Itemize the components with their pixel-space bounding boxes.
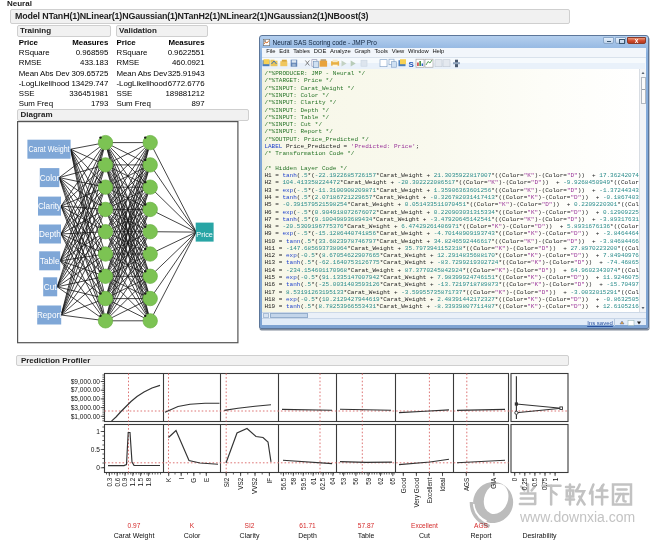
- svg-text:$9,000.00: $9,000.00: [71, 378, 101, 385]
- svg-text:56.5: 56.5: [280, 477, 287, 490]
- svg-text:59: 59: [365, 477, 372, 485]
- svg-text:61: 61: [310, 477, 317, 485]
- svg-text:0.97: 0.97: [128, 522, 141, 529]
- svg-text:Color: Color: [184, 532, 201, 539]
- svg-text:$7,000.00: $7,000.00: [71, 386, 101, 393]
- svg-text:53: 53: [340, 477, 347, 485]
- svg-text:Carat Weight: Carat Weight: [28, 145, 70, 154]
- svg-text:62: 62: [377, 477, 384, 485]
- svg-text:1.8: 1.8: [145, 477, 152, 486]
- svg-text:62.5: 62.5: [319, 477, 326, 490]
- svg-text:Depth: Depth: [39, 230, 61, 239]
- svg-text:57.87: 57.87: [358, 522, 375, 529]
- svg-text:Clarity: Clarity: [240, 532, 260, 540]
- svg-text:Excellent: Excellent: [426, 478, 433, 504]
- svg-text:IF: IF: [266, 478, 273, 484]
- svg-text:SI2: SI2: [223, 477, 230, 487]
- svg-text:64: 64: [329, 477, 336, 485]
- svg-text:Clarity: Clarity: [38, 202, 62, 211]
- svg-text:Price: Price: [196, 230, 213, 239]
- svg-text:$3,000.00: $3,000.00: [71, 404, 101, 411]
- svg-text:VVS2: VVS2: [251, 477, 258, 494]
- svg-text:Cut: Cut: [44, 283, 57, 292]
- svg-text:59.5: 59.5: [300, 477, 307, 490]
- svg-text:Very Good: Very Good: [413, 477, 421, 507]
- svg-text:1: 1: [96, 428, 100, 435]
- svg-text:Color: Color: [40, 174, 60, 183]
- svg-text:0.6: 0.6: [114, 477, 121, 486]
- svg-text:Table: Table: [358, 532, 375, 539]
- svg-text:Depth: Depth: [298, 532, 317, 540]
- svg-text:I: I: [178, 478, 185, 480]
- svg-text:Carat Weight: Carat Weight: [114, 532, 155, 540]
- svg-text:SI2: SI2: [245, 522, 255, 529]
- svg-text:1.2: 1.2: [129, 477, 136, 486]
- svg-text:Excellent: Excellent: [411, 522, 438, 529]
- svg-text:Report: Report: [37, 311, 62, 320]
- svg-text:$5,000.00: $5,000.00: [71, 395, 101, 402]
- svg-text:1.5: 1.5: [137, 477, 144, 486]
- svg-text:0: 0: [96, 464, 100, 471]
- svg-text:K: K: [190, 522, 195, 529]
- svg-text:58: 58: [290, 477, 297, 485]
- svg-text:0.5: 0.5: [91, 446, 100, 453]
- svg-text:www.downxia.com: www.downxia.com: [519, 509, 635, 525]
- svg-text:Cut: Cut: [419, 532, 430, 539]
- svg-text:61.71: 61.71: [299, 522, 316, 529]
- svg-text:Table: Table: [40, 257, 60, 266]
- svg-text:$1,000.00: $1,000.00: [71, 413, 101, 420]
- svg-text:0.9: 0.9: [121, 477, 128, 486]
- svg-text:56: 56: [352, 477, 359, 485]
- svg-text:VS2: VS2: [237, 477, 244, 489]
- svg-text:K: K: [165, 477, 172, 482]
- svg-text:65: 65: [389, 477, 396, 485]
- svg-text:E: E: [203, 478, 210, 482]
- svg-text:Ideal: Ideal: [439, 478, 446, 492]
- svg-text:G: G: [190, 478, 197, 483]
- svg-text:S: S: [409, 59, 415, 68]
- svg-text:0.3: 0.3: [106, 477, 113, 486]
- svg-text:Good: Good: [400, 477, 407, 493]
